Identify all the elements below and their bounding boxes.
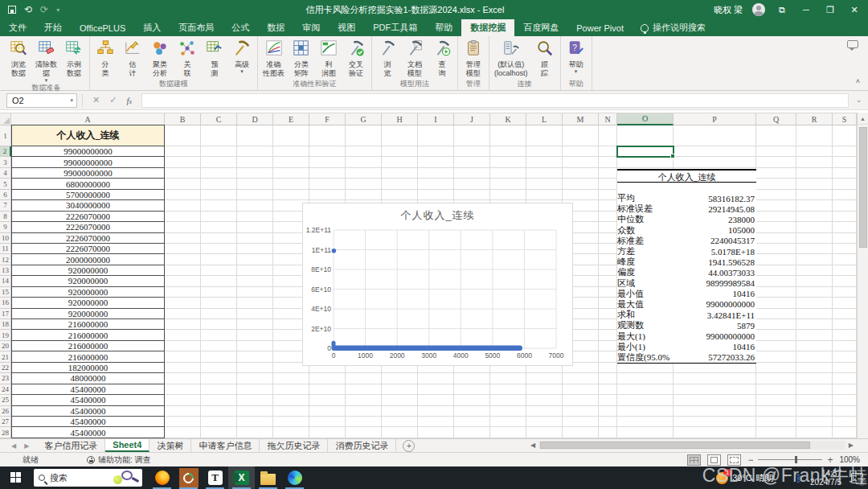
- row-header-20[interactable]: 20: [0, 341, 11, 351]
- cell-B7[interactable]: [165, 200, 201, 211]
- cell-H6[interactable]: [382, 190, 418, 200]
- cell-C8[interactable]: [201, 212, 237, 222]
- cell-J3[interactable]: [454, 157, 490, 167]
- cell-R17[interactable]: [796, 309, 833, 319]
- cell-B22[interactable]: [165, 363, 201, 373]
- cell-R22[interactable]: [796, 363, 833, 373]
- row-header-11[interactable]: 11: [0, 244, 11, 254]
- cell-A20[interactable]: 216000000: [11, 340, 165, 351]
- cell-Q21[interactable]: [756, 351, 796, 362]
- ribbon-button-cluster[interactable]: 聚类分析: [147, 38, 173, 78]
- cell-Q19[interactable]: [756, 330, 796, 340]
- cell-L4[interactable]: [526, 168, 563, 179]
- cell-E5[interactable]: [273, 179, 309, 189]
- cell-C22[interactable]: [201, 363, 237, 373]
- cell-N1[interactable]: [599, 125, 617, 146]
- cell-F26[interactable]: [309, 406, 346, 417]
- cancel-entry-icon[interactable]: ✕: [92, 95, 100, 105]
- cell-H4[interactable]: [382, 168, 418, 179]
- row-header-3[interactable]: 3: [0, 157, 11, 167]
- cell-I5[interactable]: [418, 179, 454, 189]
- cell-Q1[interactable]: [756, 125, 796, 146]
- ribbon-button-browse-model[interactable]: 浏览: [375, 38, 400, 78]
- cell-N13[interactable]: [599, 265, 617, 276]
- cell-Q24[interactable]: [756, 384, 796, 395]
- column-header-S[interactable]: S: [833, 113, 857, 125]
- cell-B24[interactable]: [165, 384, 201, 395]
- ribbon-button-trace[interactable]: 跟踪: [532, 38, 558, 78]
- cell-D8[interactable]: [237, 212, 273, 222]
- ribbon-tab-开始[interactable]: 开始: [35, 19, 71, 36]
- column-header-N[interactable]: N: [599, 113, 617, 125]
- cell-B19[interactable]: [165, 330, 201, 340]
- cell-R16[interactable]: [796, 298, 833, 308]
- cell-H23[interactable]: [382, 373, 418, 384]
- ribbon-tab-页面布局[interactable]: 页面布局: [170, 19, 223, 36]
- cell-B1[interactable]: [165, 125, 201, 146]
- cell-D11[interactable]: [237, 244, 273, 254]
- cell-N3[interactable]: [599, 157, 617, 167]
- row-header-9[interactable]: 9: [0, 222, 11, 232]
- cell-L27[interactable]: [526, 417, 563, 427]
- selected-cell-O2[interactable]: [616, 146, 674, 158]
- cell-A23[interactable]: 48000000: [11, 372, 165, 384]
- cell-S9[interactable]: [833, 222, 857, 232]
- tell-me-search[interactable]: 操作说明搜索: [633, 19, 714, 36]
- start-button[interactable]: [0, 466, 32, 489]
- cell-A9[interactable]: 2226070000: [11, 221, 165, 232]
- cell-R15[interactable]: [796, 287, 833, 298]
- cell-C27[interactable]: [201, 417, 237, 427]
- scroll-left-icon[interactable]: ◀: [527, 442, 538, 449]
- cell-D12[interactable]: [237, 254, 273, 265]
- cell-F3[interactable]: [309, 157, 346, 167]
- cell-K5[interactable]: [490, 179, 526, 189]
- cell-C25[interactable]: [201, 395, 237, 405]
- cell-B10[interactable]: [165, 233, 201, 244]
- cell-A28[interactable]: 45400000: [11, 426, 165, 438]
- cell-Q20[interactable]: [756, 341, 796, 351]
- cell-J4[interactable]: [454, 168, 490, 179]
- row-header-28[interactable]: 28: [0, 427, 11, 438]
- cell-E25[interactable]: [273, 395, 309, 405]
- cell-N23[interactable]: [599, 373, 617, 384]
- cell-P24[interactable]: [674, 384, 756, 395]
- cell-D10[interactable]: [237, 233, 273, 244]
- taskbar-app-typora[interactable]: T: [202, 466, 228, 489]
- ribbon-tab-审阅[interactable]: 审阅: [293, 19, 329, 36]
- cell-R27[interactable]: [796, 417, 833, 427]
- cell-B12[interactable]: [165, 254, 201, 265]
- cell-S20[interactable]: [833, 341, 857, 351]
- taskbar-app-firefox[interactable]: [149, 466, 175, 489]
- cell-Q4[interactable]: [756, 168, 796, 179]
- cell-D9[interactable]: [237, 222, 273, 232]
- cell-S14[interactable]: [833, 276, 857, 286]
- cell-Q23[interactable]: [756, 373, 796, 384]
- cell-O23[interactable]: [617, 373, 674, 384]
- cell-C21[interactable]: [201, 351, 237, 362]
- cell-F6[interactable]: [309, 190, 346, 200]
- cell-E28[interactable]: [273, 427, 309, 438]
- cell-P3[interactable]: [674, 157, 756, 167]
- cell-A7[interactable]: 3040000000: [11, 199, 165, 211]
- column-header-A[interactable]: A: [11, 113, 165, 125]
- sheet-tab-消费历史记录[interactable]: 消费历史记录: [328, 439, 396, 452]
- name-box[interactable]: O2 ▾: [6, 93, 77, 108]
- cell-D13[interactable]: [237, 265, 273, 276]
- cell-J24[interactable]: [454, 384, 490, 395]
- cell-S7[interactable]: [833, 200, 857, 211]
- zoom-slider[interactable]: [795, 456, 797, 463]
- cell-R9[interactable]: [796, 222, 833, 232]
- cell-C19[interactable]: [201, 330, 237, 340]
- cell-D28[interactable]: [237, 427, 273, 438]
- cell-L3[interactable]: [526, 157, 563, 167]
- cell-C4[interactable]: [201, 168, 237, 179]
- taskbar-app-excel[interactable]: X: [228, 466, 255, 489]
- cell-C14[interactable]: [201, 276, 237, 286]
- cell-S12[interactable]: [833, 254, 857, 265]
- cell-S28[interactable]: [833, 427, 857, 438]
- cell-Q28[interactable]: [756, 427, 796, 438]
- cell-O3[interactable]: [617, 157, 674, 167]
- cell-C2[interactable]: [201, 146, 237, 157]
- sheet-tab-决策树[interactable]: 决策树: [149, 439, 191, 452]
- cell-Q15[interactable]: [756, 287, 796, 298]
